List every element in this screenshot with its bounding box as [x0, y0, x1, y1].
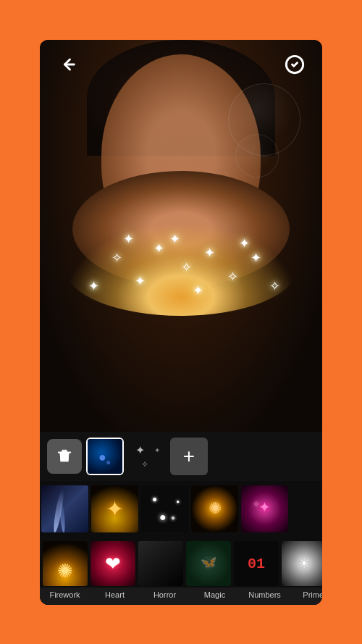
- category-smoke[interactable]: [41, 485, 88, 532]
- labels-row: Firework Heart Horror Magic Numbers Prim…: [40, 587, 322, 605]
- label-numbers[interactable]: Numbers: [241, 590, 288, 599]
- svg-rect-2: [62, 449, 67, 452]
- phone-frame: ✦ ✧ ✦ ✦ ✧ ✦ ✦ ✧ ✦ ✧ ✦ ✦ ✦: [40, 40, 322, 605]
- sparkle-area: ✦ ✧ ✦ ✦ ✧ ✦ ✦ ✧ ✦ ✧ ✦ ✦ ✦: [65, 222, 297, 316]
- filter-primer-thumb[interactable]: ☀: [282, 541, 322, 586]
- label-horror[interactable]: Horror: [141, 590, 188, 599]
- filter-magic-thumb[interactable]: 🦋: [186, 541, 231, 586]
- filter-firework-thumb[interactable]: ✺: [43, 541, 88, 586]
- label-heart[interactable]: Heart: [91, 590, 138, 599]
- label-firework[interactable]: Firework: [41, 590, 88, 599]
- category-gold-burst[interactable]: ✺: [191, 485, 238, 532]
- back-button[interactable]: [54, 51, 80, 78]
- filter-horror-thumb[interactable]: [138, 541, 183, 586]
- filter-heart-thumb[interactable]: ❤: [90, 541, 135, 586]
- add-sticker-button[interactable]: +: [170, 438, 208, 475]
- bottom-panel: ● ● ✦ ✦ ✧ + ✦: [40, 432, 322, 605]
- numbers-display: 01: [248, 555, 265, 572]
- sticker-thumb-1[interactable]: ● ●: [86, 438, 124, 475]
- label-magic[interactable]: Magic: [191, 590, 238, 599]
- category-firework-gold[interactable]: ✦: [91, 485, 138, 532]
- confirm-button[interactable]: [282, 51, 308, 78]
- label-primer[interactable]: Primer: [291, 590, 322, 599]
- filter-thumb-row: ✺ ❤ 🦋 01 ☀: [40, 537, 322, 587]
- toolbar-top: [40, 51, 322, 78]
- image-area: ✦ ✧ ✦ ✦ ✧ ✦ ✦ ✧ ✦ ✧ ✦ ✦ ✦: [40, 40, 322, 432]
- sparkle-lights: ✦ ✧ ✦ ✦ ✧ ✦ ✦ ✧ ✦ ✧ ✦ ✦ ✦: [65, 222, 297, 316]
- category-row: ✦ ● ● ● ● ✺ ✦ ✧: [40, 481, 322, 537]
- category-pink-sparkle[interactable]: ✦ ✧: [241, 485, 288, 532]
- bubble-medium: [235, 134, 279, 177]
- sticker-thumb-2[interactable]: ✦ ✦ ✧: [128, 438, 166, 475]
- trash-button[interactable]: [47, 439, 82, 474]
- filter-numbers-thumb[interactable]: 01: [234, 541, 279, 586]
- sticker-tray: ● ● ✦ ✦ ✧ +: [40, 432, 322, 481]
- category-white-sparkle[interactable]: ● ● ● ●: [141, 485, 188, 532]
